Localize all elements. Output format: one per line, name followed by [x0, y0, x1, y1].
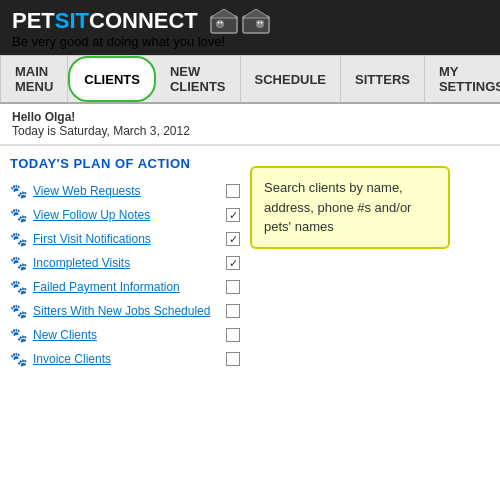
- menu-link-first-visit[interactable]: First Visit Notifications: [33, 232, 151, 246]
- paw-icon: 🐾: [10, 255, 27, 271]
- logo-connect: CONNECT: [89, 8, 198, 33]
- logo: PETSITCONNECT: [12, 8, 198, 34]
- checkbox-failed-payment[interactable]: [226, 280, 240, 294]
- logo-pet: PET: [12, 8, 55, 33]
- nav-schedule[interactable]: SCHEDULE: [241, 56, 342, 102]
- menu-link-incompleted[interactable]: Incompleted Visits: [33, 256, 130, 270]
- checkbox-follow-up[interactable]: [226, 208, 240, 222]
- paw-icon: 🐾: [10, 183, 27, 199]
- svg-point-5: [218, 25, 222, 27]
- paw-icon: 🐾: [10, 207, 27, 223]
- svg-point-3: [217, 22, 219, 24]
- nav-sitters[interactable]: SITTERS: [341, 56, 425, 102]
- menu-link-view-web-requests[interactable]: View Web Requests: [33, 184, 141, 198]
- plan-title: TODAY'S PLAN OF ACTION: [10, 156, 240, 171]
- nav-my-settings[interactable]: MY SETTINGS: [425, 56, 500, 102]
- main-content: TODAY'S PLAN OF ACTION 🐾 View Web Reques…: [0, 150, 500, 377]
- cat-house-icon: [242, 8, 270, 34]
- nav-new-clients[interactable]: NEW CLIENTS: [156, 56, 241, 102]
- pet-icons: [210, 8, 270, 34]
- greeting-date: Today is Saturday, March 3, 2012: [12, 124, 488, 138]
- paw-icon: 🐾: [10, 303, 27, 319]
- nav-clients[interactable]: CLIENTS: [68, 56, 156, 102]
- svg-point-2: [216, 20, 224, 28]
- paw-icon: 🐾: [10, 231, 27, 247]
- paw-icon: 🐾: [10, 351, 27, 367]
- paw-icon: 🐾: [10, 279, 27, 295]
- greeting-area: Hello Olga! Today is Saturday, March 3, …: [0, 104, 500, 140]
- checkbox-jobs-scheduled[interactable]: [226, 304, 240, 318]
- checkbox-first-visit[interactable]: [226, 232, 240, 246]
- plan-of-action-panel: TODAY'S PLAN OF ACTION 🐾 View Web Reques…: [10, 156, 240, 371]
- menu-link-jobs-scheduled[interactable]: Sitters With New Jobs Scheduled: [33, 304, 210, 318]
- list-item: 🐾 Incompleted Visits: [10, 251, 240, 275]
- svg-rect-6: [243, 16, 269, 33]
- menu-link-follow-up[interactable]: View Follow Up Notes: [33, 208, 150, 222]
- list-item: 🐾 New Clients: [10, 323, 240, 347]
- logo-area: PETSITCONNECT: [12, 8, 270, 49]
- navigation-bar: MAIN MENU CLIENTS NEW CLIENTS SCHEDULE S…: [0, 55, 500, 104]
- list-item: 🐾 First Visit Notifications: [10, 227, 240, 251]
- tagline: Be very good at doing what you love!: [12, 34, 270, 49]
- svg-rect-0: [211, 16, 237, 33]
- logo-sit: SIT: [55, 8, 89, 33]
- list-item: 🐾 View Web Requests: [10, 179, 240, 203]
- greeting-hello: Hello Olga!: [12, 110, 488, 124]
- list-item: 🐾 Sitters With New Jobs Scheduled: [10, 299, 240, 323]
- list-item: 🐾 View Follow Up Notes: [10, 203, 240, 227]
- app-header: PETSITCONNECT: [0, 0, 500, 55]
- menu-link-new-clients[interactable]: New Clients: [33, 328, 97, 342]
- checkbox-incompleted[interactable]: [226, 256, 240, 270]
- list-item: 🐾 Failed Payment Information: [10, 275, 240, 299]
- svg-marker-1: [210, 9, 238, 18]
- checkbox-new-clients[interactable]: [226, 328, 240, 342]
- checkbox-view-web-requests[interactable]: [226, 184, 240, 198]
- svg-point-4: [220, 22, 222, 24]
- dog-house-icon: [210, 8, 238, 34]
- checkbox-invoice[interactable]: [226, 352, 240, 366]
- menu-link-invoice[interactable]: Invoice Clients: [33, 352, 111, 366]
- svg-marker-7: [242, 9, 270, 18]
- menu-link-failed-payment[interactable]: Failed Payment Information: [33, 280, 180, 294]
- tooltip-panel: Search clients by name, address, phone #…: [250, 156, 490, 371]
- tooltip-text: Search clients by name, address, phone #…: [264, 180, 411, 234]
- paw-icon: 🐾: [10, 327, 27, 343]
- divider: [0, 144, 500, 146]
- list-item: 🐾 Invoice Clients: [10, 347, 240, 371]
- nav-main-menu[interactable]: MAIN MENU: [0, 56, 68, 102]
- search-tooltip: Search clients by name, address, phone #…: [250, 166, 450, 249]
